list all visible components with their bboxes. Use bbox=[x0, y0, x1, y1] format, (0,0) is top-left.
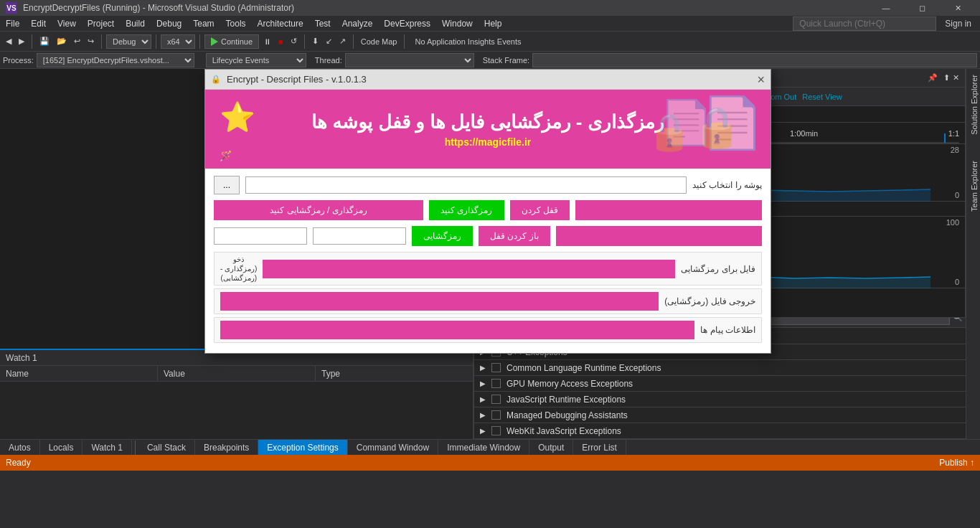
exc-gpu-arrow[interactable]: ▶ bbox=[480, 380, 486, 387]
continue-button[interactable]: Continue bbox=[204, 34, 259, 49]
menu-bar: File Edit View Project Build Debug Team … bbox=[0, 16, 980, 32]
exc-mda[interactable]: ▶ Managed Debugging Assistants bbox=[474, 407, 966, 423]
back-btn[interactable]: ◀ bbox=[3, 34, 14, 50]
tab-output[interactable]: Output bbox=[529, 440, 573, 456]
restore-button[interactable]: ◻ bbox=[905, 0, 938, 16]
tab-callstack[interactable]: Call Stack bbox=[138, 440, 195, 456]
status-bar: Ready Publish ↑ bbox=[0, 455, 980, 471]
sign-in-link[interactable]: Sign in bbox=[936, 19, 980, 29]
menu-view[interactable]: View bbox=[52, 16, 82, 32]
unlock-btn[interactable]: باز کردن قفل bbox=[479, 226, 550, 246]
menu-debug[interactable]: Debug bbox=[151, 16, 187, 32]
key-label1: (رمزگشایی) bbox=[220, 274, 257, 282]
exc-clr-check[interactable] bbox=[491, 363, 501, 372]
code-map-btn[interactable]: Code Map bbox=[358, 34, 400, 50]
watch-col-type: Type bbox=[316, 366, 473, 381]
stop-btn[interactable]: ■ bbox=[275, 34, 286, 50]
pause-btn[interactable]: ⏸ bbox=[260, 34, 274, 50]
step-out-btn[interactable]: ↗ bbox=[336, 34, 349, 50]
vs-logo: VS bbox=[6, 2, 17, 14]
team-explorer-tab[interactable]: Team Explorer bbox=[966, 155, 980, 217]
exc-js-arrow[interactable]: ▶ bbox=[480, 395, 486, 403]
pink-spacer bbox=[575, 200, 762, 220]
menu-help[interactable]: Help bbox=[479, 16, 508, 32]
encrypt-btn[interactable]: رمزگذاری کنید bbox=[429, 200, 504, 220]
thread-label: Thread: bbox=[315, 56, 342, 65]
redo-btn[interactable]: ↪ bbox=[85, 34, 97, 50]
menu-architecture[interactable]: Architecture bbox=[252, 16, 309, 32]
tab-immediate[interactable]: Immediate Window bbox=[438, 440, 529, 456]
info-bar bbox=[220, 321, 694, 339]
step-into-btn[interactable]: ↙ bbox=[323, 34, 335, 50]
pass-input1[interactable] bbox=[214, 227, 307, 245]
minimize-button[interactable]: — bbox=[870, 0, 903, 16]
quick-launch-input[interactable] bbox=[793, 16, 936, 31]
watch-columns: Name Value Type bbox=[0, 366, 473, 382]
menu-file[interactable]: File bbox=[0, 16, 25, 32]
menu-edit[interactable]: Edit bbox=[25, 16, 52, 32]
forward-btn[interactable]: ▶ bbox=[16, 34, 27, 50]
menu-build[interactable]: Build bbox=[120, 16, 151, 32]
exc-mda-arrow[interactable]: ▶ bbox=[480, 411, 486, 419]
tab-watch1[interactable]: Watch 1 bbox=[83, 440, 132, 456]
diag-float-icon[interactable]: ⬆ bbox=[943, 73, 950, 82]
tab-autos[interactable]: Autos bbox=[0, 440, 40, 456]
encrypt-key-labels: ذخو (رمزگذاری - (رمزگشایی) bbox=[220, 255, 257, 282]
exc-gpu[interactable]: ▶ GPU Memory Access Exceptions bbox=[474, 376, 966, 392]
tab-locals[interactable]: Locals bbox=[40, 440, 83, 456]
diag-pin-icon[interactable]: 📌 bbox=[928, 73, 938, 82]
input-file-row: فایل برای رمزگشایی ذخو (رمزگذاری - (رمزگ… bbox=[215, 253, 761, 285]
exc-webkit-check[interactable] bbox=[491, 426, 501, 435]
status-publish[interactable]: Publish ↑ bbox=[939, 458, 974, 468]
info-label: اطلاعات پیام ها bbox=[700, 325, 755, 335]
menu-team[interactable]: Team bbox=[187, 16, 220, 32]
diag-close-icon[interactable]: ✕ bbox=[953, 73, 959, 82]
title-bar: VS EncryptDecryptFiles (Running) - Micro… bbox=[0, 0, 980, 16]
encrypt-decrypt-btn[interactable]: رمزگذاری / رمزگشایی کنید bbox=[214, 200, 423, 220]
exc-js[interactable]: ▶ JavaScript Runtime Exceptions bbox=[474, 392, 966, 407]
right-sidebar: Solution Explorer Team Explorer bbox=[966, 69, 980, 471]
key-label3: ذخو bbox=[233, 255, 244, 263]
step-over-btn[interactable]: ⬇ bbox=[309, 34, 321, 50]
tab-command[interactable]: Command Window bbox=[348, 440, 438, 456]
exc-webkit[interactable]: ▶ WebKit JavaScript Exceptions bbox=[474, 423, 966, 439]
save-btn[interactable]: 💾 bbox=[37, 34, 52, 50]
tab-exception[interactable]: Exception Settings bbox=[258, 440, 347, 456]
menu-project[interactable]: Project bbox=[82, 16, 120, 32]
platform-combo[interactable]: x64 bbox=[161, 34, 195, 49]
exc-gpu-check[interactable] bbox=[491, 379, 501, 388]
menu-test[interactable]: Test bbox=[309, 16, 336, 32]
solution-explorer-tab[interactable]: Solution Explorer bbox=[966, 69, 980, 141]
tab-breakpoints[interactable]: Breakpoints bbox=[195, 440, 258, 456]
dialog-close-btn[interactable]: × bbox=[757, 73, 765, 86]
exc-webkit-arrow[interactable]: ▶ bbox=[480, 427, 486, 435]
process-combo[interactable]: [1652] EncryptDecryptFiles.vshost... bbox=[37, 53, 194, 67]
close-button[interactable]: ✕ bbox=[941, 0, 974, 16]
tab-errorlist[interactable]: Error List bbox=[573, 440, 626, 456]
info-row: اطلاعات پیام ها bbox=[215, 318, 761, 342]
menu-window[interactable]: Window bbox=[436, 16, 479, 32]
lifecycle-combo[interactable]: Lifecycle Events bbox=[206, 53, 306, 67]
exc-clr[interactable]: ▶ Common Language Runtime Exceptions bbox=[474, 360, 966, 376]
reset-view-btn[interactable]: Reset View bbox=[802, 93, 842, 101]
lock-btn[interactable]: قفل کردن bbox=[510, 200, 570, 220]
decrypt-btn[interactable]: رمزگشایی bbox=[412, 226, 473, 246]
thread-combo[interactable] bbox=[345, 53, 474, 67]
menu-devexpress[interactable]: DevExpress bbox=[378, 16, 436, 32]
window-controls: — ◻ ✕ bbox=[870, 0, 974, 16]
exc-clr-arrow[interactable]: ▶ bbox=[480, 364, 486, 372]
exc-js-check[interactable] bbox=[491, 395, 501, 404]
stack-frame-label: Stack Frame: bbox=[483, 56, 529, 65]
undo-btn[interactable]: ↩ bbox=[71, 34, 83, 50]
restart-btn[interactable]: ↺ bbox=[288, 34, 300, 50]
pass-input2[interactable] bbox=[313, 227, 406, 245]
stack-frame-input[interactable] bbox=[532, 53, 977, 67]
debug-mode-combo[interactable]: Debug bbox=[106, 34, 151, 49]
graph-label-100: 100 bbox=[946, 218, 959, 227]
menu-analyze[interactable]: Analyze bbox=[336, 16, 379, 32]
menu-tools[interactable]: Tools bbox=[220, 16, 252, 32]
exc-mda-check[interactable] bbox=[491, 410, 501, 420]
open-btn[interactable]: 📂 bbox=[54, 34, 70, 50]
browse-button[interactable]: ... bbox=[214, 176, 240, 194]
folder-input[interactable] bbox=[245, 176, 687, 194]
